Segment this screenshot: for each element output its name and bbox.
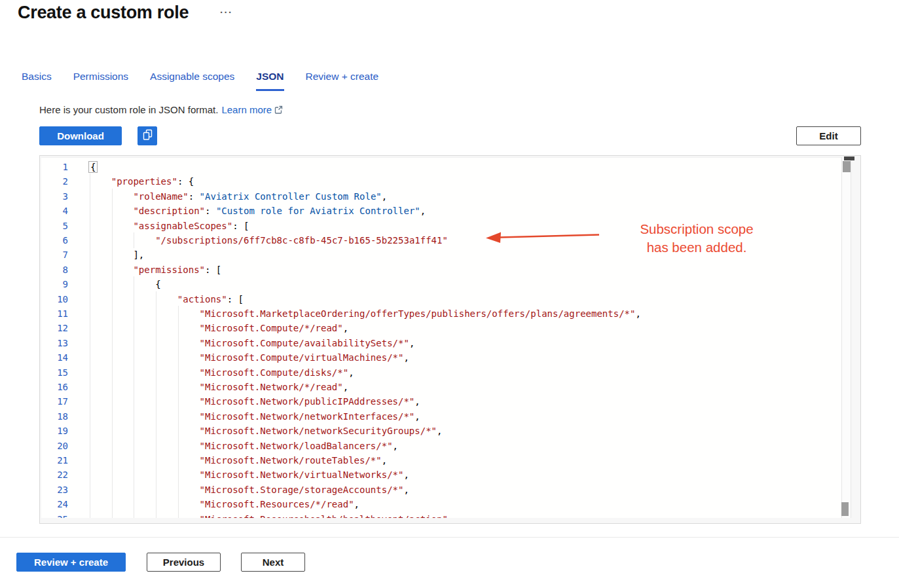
indent-guide	[134, 409, 134, 424]
line-number: 9	[41, 277, 68, 291]
indent-guide	[112, 482, 113, 498]
line-number: 3	[41, 189, 68, 204]
indent-guide	[178, 306, 179, 322]
code-line: 11 "Microsoft.MarketplaceOrdering/offerT…	[41, 306, 841, 321]
indent-guide	[90, 452, 90, 468]
indent-guide	[112, 291, 113, 307]
indent-guide	[156, 350, 156, 365]
next-button[interactable]: Next	[241, 553, 305, 572]
vertical-scrollbar-track[interactable]	[841, 157, 851, 518]
indent-guide	[112, 247, 113, 263]
indent-guide	[134, 379, 134, 395]
copy-button[interactable]	[138, 126, 157, 145]
indent-guide	[178, 335, 179, 351]
indent-guide	[134, 452, 134, 468]
line-number: 24	[41, 497, 68, 511]
code-line: 2 "properties": {	[41, 174, 841, 189]
indent-guide	[178, 365, 179, 380]
indent-guide	[90, 174, 90, 189]
indent-guide	[90, 379, 90, 395]
indent-guide	[178, 467, 179, 483]
previous-button[interactable]: Previous	[147, 553, 221, 572]
indent-guide	[112, 496, 113, 512]
indent-guide	[112, 511, 113, 518]
indent-guide	[156, 423, 156, 439]
line-number: 19	[41, 424, 68, 438]
indent-guide	[112, 262, 113, 278]
indent-guide	[156, 409, 156, 424]
more-menu-icon[interactable]: ···	[220, 7, 233, 18]
indent-guide	[112, 379, 113, 395]
code-line: 8 "permissions": [	[41, 263, 841, 277]
indent-guide	[134, 438, 134, 454]
edit-button[interactable]: Edit	[796, 126, 861, 145]
code-line: 25 "Microsoft.Resourcehealth/healthevent…	[41, 512, 841, 518]
code-line: 12 "Microsoft.Compute/*/read",	[41, 321, 841, 335]
indent-guide	[134, 291, 134, 307]
line-number: 4	[41, 204, 68, 218]
code-line: 3 "roleName": "Aviatrix Controller Custo…	[41, 189, 841, 204]
indent-guide	[134, 467, 134, 483]
tab-assignable-scopes[interactable]: Assignable scopes	[150, 71, 234, 91]
line-number: 22	[41, 468, 68, 482]
indent-guide	[90, 394, 90, 409]
tab-bar: BasicsPermissionsAssignable scopesJSONRe…	[22, 71, 378, 91]
code-line: 18 "Microsoft.Network/networkInterfaces/…	[41, 409, 841, 424]
annotation-arrow-icon	[485, 227, 603, 248]
indent-guide	[178, 394, 179, 409]
indent-guide	[90, 335, 90, 351]
indent-guide	[156, 335, 156, 351]
learn-more-link[interactable]: Learn more	[221, 104, 272, 115]
indent-guide	[134, 482, 134, 498]
line-number: 5	[41, 219, 68, 233]
indent-guide	[178, 438, 179, 454]
line-number: 20	[41, 439, 68, 453]
line-number: 10	[41, 292, 68, 306]
page-title: Create a custom role	[18, 3, 189, 23]
code-line: 17 "Microsoft.Network/publicIPAddresses/…	[41, 394, 841, 409]
line-number: 15	[41, 365, 68, 380]
line-number: 11	[41, 306, 68, 321]
indent-guide	[112, 189, 113, 204]
indent-guide	[90, 438, 90, 454]
download-button[interactable]: Download	[39, 126, 122, 145]
line-number: 17	[41, 394, 68, 409]
indent-guide	[178, 409, 179, 424]
line-number: 23	[41, 483, 68, 497]
line-number: 7	[41, 248, 68, 262]
indent-guide	[156, 291, 156, 307]
indent-guide	[134, 232, 134, 248]
indent-guide	[156, 365, 156, 380]
indent-guide	[112, 218, 113, 234]
vertical-scrollbar-thumb[interactable]	[843, 161, 851, 172]
tab-review-create[interactable]: Review + create	[306, 71, 379, 91]
code-line: 22 "Microsoft.Network/virtualNetworks/*"…	[41, 468, 841, 482]
tab-json[interactable]: JSON	[256, 71, 284, 91]
copy-icon	[142, 129, 153, 143]
code-line: 24 "Microsoft.Resources/*/read",	[41, 497, 841, 511]
code-editor[interactable]: 1{2 "properties": {3 "roleName": "Aviatr…	[41, 157, 841, 518]
indent-guide	[178, 496, 179, 512]
indent-guide	[90, 423, 90, 439]
review-create-button[interactable]: Review + create	[16, 553, 126, 572]
indent-guide	[156, 511, 156, 518]
line-number: 21	[41, 453, 68, 468]
indent-guide	[112, 232, 113, 248]
indent-guide	[90, 409, 90, 424]
indent-guide	[178, 320, 179, 336]
indent-guide	[90, 482, 90, 498]
scrollbar-top-cap[interactable]	[844, 156, 854, 160]
indent-guide	[112, 365, 113, 380]
code-line: 15 "Microsoft.Compute/disks/*",	[41, 365, 841, 380]
code-line: 23 "Microsoft.Storage/storageAccounts/*"…	[41, 483, 841, 497]
indent-guide	[134, 276, 134, 292]
tab-permissions[interactable]: Permissions	[73, 71, 128, 91]
code-line: 20 "Microsoft.Network/loadBalancers/*",	[41, 439, 841, 453]
outer-scrollbar-thumb[interactable]	[841, 502, 849, 516]
indent-guide	[90, 350, 90, 365]
indent-guide	[112, 350, 113, 365]
indent-guide	[134, 511, 134, 518]
indent-guide	[178, 350, 179, 365]
indent-guide	[112, 438, 113, 454]
tab-basics[interactable]: Basics	[22, 71, 52, 91]
